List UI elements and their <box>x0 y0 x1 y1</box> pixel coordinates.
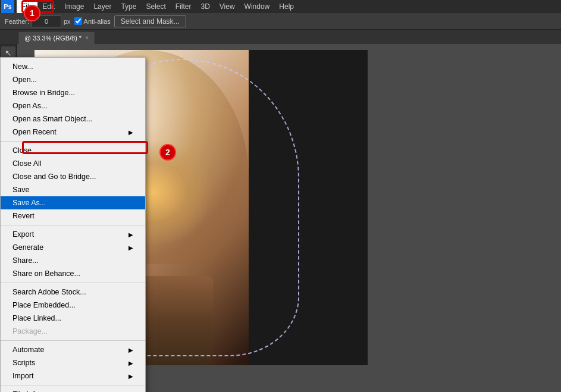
menu-item-generate[interactable]: Generate ▶ <box>1 241 145 254</box>
menu-item-place-embedded[interactable]: Place Embedded... <box>1 299 145 312</box>
export-arrow: ▶ <box>129 231 133 238</box>
app-logo: Ps <box>1 0 14 13</box>
menu-item-package: Package... <box>1 325 145 338</box>
separator-4 <box>1 340 145 341</box>
menu-item-place-linked[interactable]: Place Linked... <box>1 312 145 325</box>
separator-1 <box>1 141 145 142</box>
menu-item-export[interactable]: Export ▶ <box>1 228 145 241</box>
menu-edit[interactable]: Edit <box>37 0 59 13</box>
menu-view[interactable]: View <box>215 0 240 13</box>
menu-item-open-as[interactable]: Open As... <box>1 99 145 112</box>
separator-3 <box>1 283 145 283</box>
menu-item-revert[interactable]: Revert <box>1 209 145 222</box>
menu-item-close-all[interactable]: Close All <box>1 157 145 170</box>
feather-label: Feather: <box>5 18 29 25</box>
tab-close-button[interactable]: × <box>85 35 89 41</box>
document-tab[interactable]: @ 33.3% (RGB/8) * × <box>18 31 95 44</box>
menu-item-share-behance[interactable]: Share on Behance... <box>1 267 145 280</box>
menu-window[interactable]: Window <box>240 0 275 13</box>
menu-select[interactable]: Select <box>141 0 170 13</box>
menu-item-new[interactable]: New... <box>1 60 145 73</box>
menu-item-save[interactable]: Save <box>1 183 145 196</box>
menu-item-open[interactable]: Open... <box>1 73 145 86</box>
px-label: px <box>64 18 71 25</box>
antialias-checkbox[interactable] <box>74 17 82 25</box>
menu-item-file-info[interactable]: File Info... <box>1 388 145 392</box>
menu-help[interactable]: Help <box>274 0 299 13</box>
automate-arrow: ▶ <box>129 347 133 353</box>
scripts-arrow: ▶ <box>129 360 133 366</box>
feather-input[interactable] <box>32 15 61 27</box>
menu-bar: Ps File Edit Image Layer Type Select Fil… <box>0 0 561 13</box>
import-arrow: ▶ <box>129 373 133 380</box>
file-dropdown-overlay: New... Open... Browse in Bridge... Open … <box>0 57 146 392</box>
menu-item-automate[interactable]: Automate ▶ <box>1 343 145 356</box>
dark-background <box>249 50 368 365</box>
menu-item-close[interactable]: Close <box>1 144 145 157</box>
menu-item-open-recent[interactable]: Open Recent ▶ <box>1 126 145 139</box>
menu-item-share[interactable]: Share... <box>1 254 145 267</box>
options-toolbar: Feather: px Anti-alias Select and Mask..… <box>0 13 561 30</box>
menu-3d[interactable]: 3D <box>196 0 214 13</box>
menu-item-import[interactable]: Import ▶ <box>1 369 145 382</box>
menu-layer[interactable]: Layer <box>89 0 116 13</box>
menu-item-open-smart[interactable]: Open as Smart Object... <box>1 112 145 126</box>
select-mask-button[interactable]: Select and Mask... <box>114 15 186 27</box>
separator-5 <box>1 385 145 385</box>
tab-label: @ 33.3% (RGB/8) * <box>24 35 82 42</box>
menu-item-close-bridge[interactable]: Close and Go to Bridge... <box>1 170 145 183</box>
main-area: ↖ ⬜ ⌒ ✦ ⊡ ✒ ⊕ ✏ ⊗ ↺ ◻ ▦ ◎ ○ ✒ T ▸ □ ✋ 🔍 … <box>0 44 561 392</box>
menu-file[interactable]: File <box>17 0 37 13</box>
menu-item-save-as[interactable]: Save As... <box>1 196 145 209</box>
antialias-label: Anti-alias <box>74 17 111 25</box>
file-dropdown-menu: New... Open... Browse in Bridge... Open … <box>0 57 146 392</box>
menu-item-scripts[interactable]: Scripts ▶ <box>1 356 145 369</box>
menu-item-browse-bridge[interactable]: Browse in Bridge... <box>1 86 145 99</box>
separator-2 <box>1 225 145 225</box>
menu-item-search-stock[interactable]: Search Adobe Stock... <box>1 286 145 299</box>
open-recent-arrow: ▶ <box>129 129 133 136</box>
tab-bar: @ 33.3% (RGB/8) * × <box>0 30 561 44</box>
menu-filter[interactable]: Filter <box>171 0 196 13</box>
generate-arrow: ▶ <box>129 244 133 251</box>
menu-type[interactable]: Type <box>116 0 141 13</box>
menu-image[interactable]: Image <box>59 0 89 13</box>
